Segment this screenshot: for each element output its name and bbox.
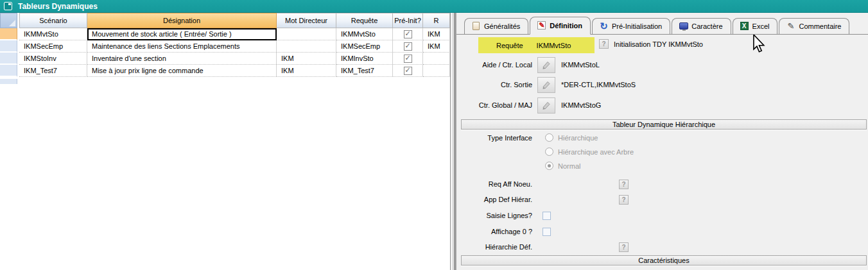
cell-mot-directeur[interactable] bbox=[277, 40, 336, 53]
row-selector[interactable] bbox=[0, 40, 17, 53]
tab-label: Pré-Initialisation bbox=[612, 22, 662, 30]
radio-hierarchique[interactable]: Hiérarchique bbox=[545, 133, 598, 142]
cell-requete[interactable]: IKMSecEmp bbox=[336, 40, 393, 53]
aide-ctr-local-value[interactable]: IKMMvtStoL bbox=[561, 61, 600, 69]
tableurs-dynamiques-window: Tableurs Dynamiques Scénario Désignation… bbox=[0, 0, 868, 270]
tab-generalites[interactable]: Généralités bbox=[464, 18, 528, 34]
ctr-sortie-row: Ctr. Sortie *DER-CTL,IKMMvtStoS bbox=[456, 76, 868, 93]
cell-scenario[interactable]: IKMMvtSto bbox=[19, 28, 87, 40]
section-header-hierarchique: Tableur Dynamique Hiérarchique bbox=[461, 119, 867, 130]
tab-definition[interactable]: ✎ Définition bbox=[530, 17, 591, 35]
column-header-pre-init[interactable]: Pré-Init? bbox=[393, 13, 423, 28]
window-titlebar: Tableurs Dynamiques bbox=[0, 0, 868, 13]
table-row[interactable]: IKM_Test7 Mise à jour prix ligne de comm… bbox=[0, 65, 450, 77]
ctr-sortie-value[interactable]: *DER-CTL,IKMMvtStoS bbox=[561, 81, 636, 89]
vertical-splitter[interactable] bbox=[450, 13, 456, 270]
ctr-global-maj-value[interactable]: IKMMvtStoG bbox=[561, 101, 601, 109]
edit-hand-icon bbox=[541, 60, 551, 70]
column-header-designation[interactable]: Désignation bbox=[87, 13, 277, 28]
cell-designation[interactable]: Maintenance des liens Sections Emplaceme… bbox=[87, 40, 277, 53]
app-def-hierar-row: App Def Hiérar. ? bbox=[456, 194, 868, 205]
table-row[interactable]: IKMStoInv Inventaire d'une section IKM I… bbox=[0, 53, 450, 65]
cell-requete[interactable]: IKMMvtSto bbox=[336, 28, 393, 40]
tab-pre-initialisation[interactable]: ↻ Pré-Initialisation bbox=[592, 18, 670, 34]
cell-pre-init[interactable] bbox=[393, 40, 423, 53]
note-icon bbox=[471, 21, 481, 31]
pre-init-checkbox[interactable] bbox=[404, 30, 412, 38]
tab-label: Définition bbox=[550, 22, 582, 30]
scenario-table: Scénario Désignation Mot Directeur Requê… bbox=[0, 13, 450, 77]
help-button[interactable]: ? bbox=[599, 39, 609, 49]
definition-panel: Généralités ✎ Définition ↻ Pré-Initialis… bbox=[456, 13, 868, 270]
saisie-lignes-label: Saisie Lignes? bbox=[456, 212, 537, 219]
cell-mot-directeur[interactable]: IKM bbox=[277, 65, 336, 77]
cell-mot-directeur[interactable]: IKM bbox=[277, 53, 336, 65]
tab-excel[interactable]: X Excel bbox=[733, 18, 778, 34]
edit-hand-button[interactable] bbox=[537, 77, 555, 93]
pre-init-checkbox[interactable] bbox=[404, 55, 412, 63]
tab-caractere[interactable]: Caractère bbox=[672, 18, 731, 34]
row-selector[interactable] bbox=[0, 53, 17, 65]
aide-ctr-local-label: Aide / Ctr. Local bbox=[456, 61, 537, 69]
initialisation-text: Initialisation TDY IKMMvtSto bbox=[614, 40, 703, 48]
req-aff-noeu-label: Req Aff Noeu. bbox=[456, 180, 537, 188]
affichage-0-row: Affichage 0 ? bbox=[456, 226, 868, 237]
column-header-requete[interactable]: Requête bbox=[336, 13, 393, 28]
edit-hand-button[interactable] bbox=[537, 57, 555, 73]
empty-row-selector bbox=[0, 79, 17, 84]
cell-scenario[interactable]: IKMStoInv bbox=[19, 53, 87, 65]
window-icon bbox=[4, 2, 12, 10]
row-selector[interactable] bbox=[0, 28, 17, 40]
help-button[interactable]: ? bbox=[619, 242, 629, 252]
sync-icon: ↻ bbox=[599, 21, 609, 31]
table-row[interactable]: IKMMvtSto Mouvement de stock article ( E… bbox=[0, 28, 450, 40]
hierarchie-def-row: Hiérarchie Déf. ? bbox=[456, 241, 868, 253]
initialisation-row: ? Initialisation TDY IKMMvtSto bbox=[599, 39, 703, 49]
cell-designation-focused[interactable]: Mouvement de stock article ( Entrée/ Sor… bbox=[87, 28, 277, 40]
table-row[interactable]: IKMSecEmp Maintenance des liens Sections… bbox=[0, 40, 450, 53]
cell-pre-init[interactable] bbox=[393, 53, 423, 65]
cell-scenario[interactable]: IKM_Test7 bbox=[19, 65, 87, 77]
type-interface-row: Type Interface bbox=[456, 133, 868, 143]
cell-r[interactable]: IKM bbox=[423, 40, 450, 53]
radio-normal[interactable]: Normal bbox=[545, 162, 580, 170]
excel-icon: X bbox=[740, 21, 749, 31]
ctr-global-maj-row: Ctr. Global / MAJ IKMMvtStoG bbox=[456, 97, 868, 114]
cell-designation[interactable]: Mise à jour prix ligne de commande bbox=[87, 65, 277, 77]
cell-scenario[interactable]: IKMSecEmp bbox=[19, 40, 87, 53]
requete-value[interactable]: IKMMvtSto bbox=[537, 42, 571, 49]
radio-selected-icon[interactable] bbox=[545, 162, 553, 170]
cell-requete[interactable]: IKM_Test7 bbox=[336, 65, 393, 77]
radio-hierarchique-avec-arbre[interactable]: Hiérarchique avec Arbre bbox=[545, 148, 634, 156]
tab-label: Commentaire bbox=[799, 22, 841, 30]
row-selector[interactable] bbox=[0, 65, 17, 77]
help-button[interactable]: ? bbox=[619, 195, 629, 205]
edit-hand-button[interactable] bbox=[537, 97, 555, 114]
cell-designation[interactable]: Inventaire d'une section bbox=[87, 53, 277, 65]
window-title: Tableurs Dynamiques bbox=[18, 2, 98, 11]
column-header-r[interactable]: R bbox=[423, 13, 450, 28]
select-all-corner[interactable] bbox=[0, 13, 17, 28]
requete-highlight: Requête IKMMvtSto bbox=[478, 37, 595, 53]
saisie-lignes-checkbox[interactable] bbox=[542, 212, 551, 220]
pre-init-checkbox[interactable] bbox=[404, 67, 412, 75]
pre-init-checkbox[interactable] bbox=[404, 42, 412, 51]
radio-icon[interactable] bbox=[545, 133, 553, 142]
ctr-global-maj-label: Ctr. Global / MAJ bbox=[456, 101, 537, 109]
radio-icon[interactable] bbox=[545, 148, 553, 156]
column-header-mot-directeur[interactable]: Mot Directeur bbox=[277, 13, 336, 28]
tab-label: Caractère bbox=[691, 22, 722, 30]
cell-r[interactable]: IKM bbox=[423, 28, 450, 40]
column-header-scenario[interactable]: Scénario bbox=[19, 13, 87, 28]
cell-pre-init[interactable] bbox=[393, 28, 423, 40]
cell-pre-init[interactable] bbox=[393, 65, 423, 77]
cell-mot-directeur[interactable] bbox=[277, 28, 336, 40]
tab-label: Généralités bbox=[484, 22, 520, 30]
edit-hand-icon bbox=[541, 100, 551, 110]
affichage-0-checkbox[interactable] bbox=[542, 228, 551, 236]
cell-requete[interactable]: IKMInvSto bbox=[336, 53, 393, 65]
cell-r[interactable] bbox=[423, 53, 450, 65]
tab-commentaire[interactable]: ✎ Commentaire bbox=[779, 18, 849, 34]
cell-r[interactable] bbox=[423, 65, 450, 77]
help-button[interactable]: ? bbox=[619, 180, 629, 189]
